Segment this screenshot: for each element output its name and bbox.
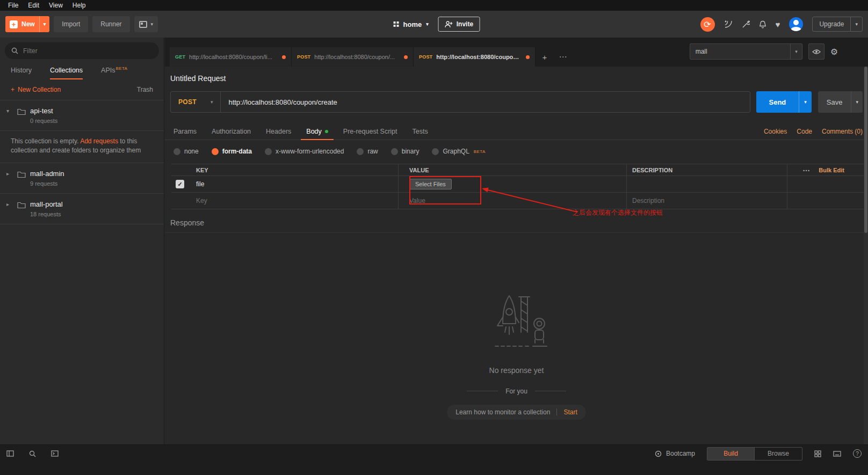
mode-none[interactable]: none [173, 148, 199, 155]
new-collection-button[interactable]: + New Collection [11, 86, 61, 93]
scrollbar-thumb[interactable] [864, 67, 867, 233]
mode-x-www-form-urlencoded[interactable]: x-www-form-urlencoded [265, 148, 344, 155]
interceptor-icon[interactable] [724, 20, 733, 28]
trash-button[interactable]: Trash [137, 86, 153, 93]
menu-item-view[interactable]: View [44, 2, 68, 9]
chevron-down-icon[interactable]: ▾ [799, 91, 812, 113]
shortcuts-icon[interactable] [833, 451, 841, 457]
chevron-down-icon: ▾ [211, 99, 213, 105]
request-tab[interactable]: POST http://localhost:8080/coupon/... [292, 47, 414, 67]
tab-pre-request-script[interactable]: Pre-request Script [336, 123, 405, 140]
menu-item-help[interactable]: Help [68, 2, 91, 9]
browse-toggle[interactable]: Browse [755, 448, 802, 460]
method-select[interactable]: POST ▾ [171, 92, 221, 112]
tab-collections[interactable]: Collections [50, 67, 83, 79]
code-link[interactable]: Code [797, 128, 812, 135]
mode-binary[interactable]: binary [391, 148, 419, 155]
environment-preview-button[interactable] [808, 43, 824, 60]
help-icon[interactable]: ? [853, 449, 862, 458]
key-cell[interactable]: file [196, 180, 204, 188]
settings-wrench-icon[interactable] [742, 20, 750, 28]
main-panel: GET http://localhost:8080/coupon/li... P… [165, 38, 868, 444]
tab-options-button[interactable]: ⋯ [554, 47, 572, 67]
bootcamp-button[interactable]: Bootcamp [655, 450, 695, 457]
import-button[interactable]: Import [54, 16, 88, 32]
heart-icon[interactable]: ♥ [776, 20, 780, 29]
chevron-down-icon[interactable]: ▾ [39, 16, 50, 32]
new-button[interactable]: + New ▾ [5, 16, 49, 32]
toggle-sidebar-icon[interactable] [6, 450, 14, 457]
filter-input[interactable] [23, 47, 153, 55]
collection-item-mall-admin[interactable]: ▸ mall-admin 9 requests [0, 163, 164, 194]
bulk-edit-link[interactable]: Bulk Edit [819, 167, 844, 173]
mode-raw[interactable]: raw [357, 148, 378, 155]
tab-body[interactable]: Body [299, 123, 336, 140]
cookies-link[interactable]: Cookies [764, 128, 787, 135]
mode-form-data[interactable]: form-data [212, 148, 252, 155]
more-options-icon[interactable]: ⋯ [802, 166, 810, 174]
request-title: Untitled Request [170, 74, 863, 83]
search-icon [11, 47, 18, 54]
upgrade-button[interactable]: Upgrade ▾ [812, 17, 863, 32]
grid-icon [394, 21, 399, 27]
tab-headers[interactable]: Headers [258, 123, 299, 140]
chevron-down-icon[interactable]: ▾ [6, 107, 13, 124]
new-description-input[interactable] [632, 197, 782, 204]
tab-params[interactable]: Params [170, 123, 204, 140]
menu-item-file[interactable]: File [3, 2, 23, 9]
new-value-input[interactable] [409, 197, 616, 204]
folder-icon [17, 200, 26, 217]
user-avatar[interactable] [789, 17, 803, 31]
tab-history[interactable]: History [11, 67, 32, 79]
workspace-name: home [403, 20, 422, 28]
collection-item-mall-portal[interactable]: ▸ mall-portal 18 requests [0, 194, 164, 224]
new-key-input[interactable] [196, 197, 395, 204]
environment-select[interactable]: mall ▾ [690, 43, 802, 60]
tab-authorization[interactable]: Authorization [204, 123, 258, 140]
build-toggle[interactable]: Build [707, 448, 755, 460]
add-requests-link[interactable]: Add requests [80, 137, 118, 145]
tab-apis[interactable]: APIsBETA [101, 66, 127, 79]
chevron-down-icon[interactable]: ▾ [790, 44, 802, 59]
workspace-view-button[interactable]: ▾ [134, 16, 158, 32]
column-header-key: KEY [193, 164, 399, 176]
console-icon[interactable] [51, 450, 59, 457]
save-button[interactable]: Save ▾ [818, 91, 863, 113]
request-tab-active[interactable]: POST http://localhost:8080/coupon/... [414, 47, 536, 67]
collection-list: ▾ api-test 0 requests This collection is… [0, 100, 164, 224]
chevron-right-icon[interactable]: ▸ [6, 200, 13, 217]
description-cell[interactable] [627, 176, 787, 192]
row-checkbox[interactable]: ✓ [176, 180, 184, 188]
menu-item-edit[interactable]: Edit [23, 2, 44, 9]
sync-status-icon[interactable]: ⟳ [700, 17, 715, 32]
column-header-description: DESCRIPTION [627, 164, 787, 176]
chevron-right-icon[interactable]: ▸ [6, 170, 13, 187]
collection-actions-row: + New Collection Trash [0, 79, 164, 100]
collection-item-api-test[interactable]: ▾ api-test 0 requests [0, 100, 164, 131]
request-tab[interactable]: GET http://localhost:8080/coupon/li... [170, 47, 292, 67]
mode-graphql[interactable]: GraphQLBETA [432, 148, 485, 155]
request-section-tabs: Params Authorization Headers Body Pre-re… [165, 123, 868, 140]
runner-button[interactable]: Runner [92, 16, 129, 32]
start-link[interactable]: Start [563, 408, 577, 416]
response-empty-state: No response yet For you Learn how to mon… [165, 233, 868, 444]
chevron-down-icon[interactable]: ▾ [850, 17, 862, 31]
select-files-button[interactable]: Select Files [409, 179, 452, 189]
vertical-scrollbar[interactable] [864, 67, 868, 444]
panels-icon[interactable] [814, 450, 821, 457]
tab-tests[interactable]: Tests [405, 123, 436, 140]
folder-icon [17, 170, 26, 187]
url-input[interactable] [221, 92, 749, 112]
invite-button[interactable]: Invite [438, 17, 480, 32]
chevron-down-icon[interactable]: ▾ [851, 91, 863, 113]
new-tab-button[interactable]: + [536, 47, 554, 67]
gear-icon[interactable]: ⚙ [830, 47, 838, 57]
toolbar-right: ⟳ ♥ Upgrade ▾ [700, 17, 863, 32]
workspace-home-button[interactable]: home ▾ [394, 20, 429, 28]
notifications-bell-icon[interactable] [759, 20, 766, 28]
method-badge: POST [297, 54, 310, 60]
table-row: ✓ file Select Files [171, 176, 868, 193]
search-icon[interactable] [29, 450, 36, 457]
comments-link[interactable]: Comments (0) [822, 128, 863, 135]
send-button[interactable]: Send ▾ [756, 91, 812, 113]
